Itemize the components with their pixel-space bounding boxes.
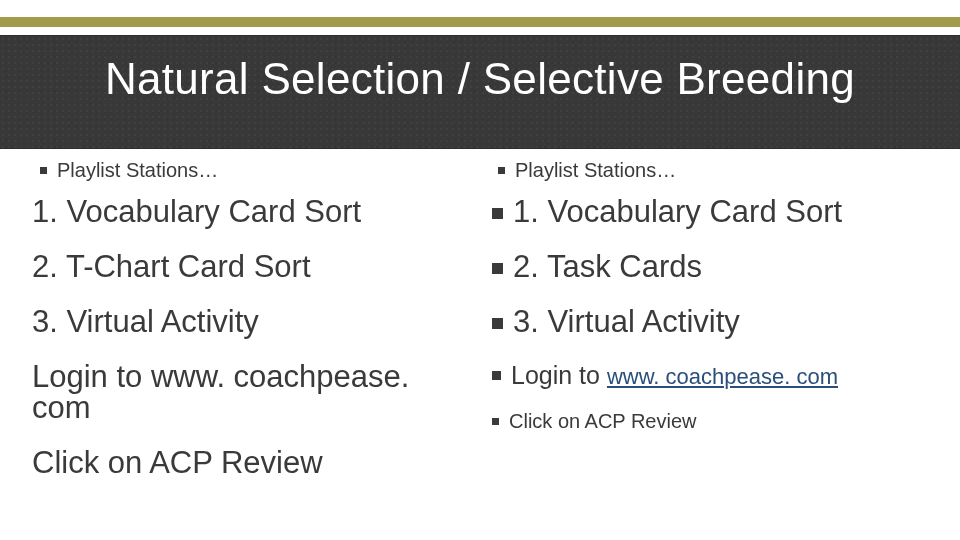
right-login-line: Login to www. coachpease. com (490, 361, 928, 390)
left-item-login: Login to www. coachpease. com (32, 361, 470, 423)
accent-bar (0, 17, 960, 27)
square-bullet-icon (498, 167, 505, 174)
right-login-prefix: Login to (511, 361, 607, 389)
square-bullet-icon (492, 371, 501, 380)
right-header-line: Playlist Stations… (490, 159, 928, 182)
right-click-line: Click on ACP Review (490, 410, 928, 433)
square-bullet-icon (492, 318, 503, 329)
right-item-2: 2. Task Cards (490, 251, 928, 282)
right-item-1: 1. Vocabulary Card Sort (490, 196, 928, 227)
square-bullet-icon (40, 167, 47, 174)
square-bullet-icon (492, 418, 499, 425)
left-header-line: Playlist Stations… (32, 159, 470, 182)
right-click-text: Click on ACP Review (509, 410, 696, 433)
content-area: Playlist Stations… 1. Vocabulary Card So… (32, 155, 928, 540)
coachpease-link[interactable]: www. coachpease. com (607, 364, 838, 389)
left-item-2: 2. T-Chart Card Sort (32, 251, 470, 282)
square-bullet-icon (492, 263, 503, 274)
right-item-2-text: 2. Task Cards (513, 251, 702, 282)
title-region: Natural Selection / Selective Breeding (0, 35, 960, 149)
slide: Natural Selection / Selective Breeding P… (0, 0, 960, 540)
left-item-3: 3. Virtual Activity (32, 306, 470, 337)
square-bullet-icon (492, 208, 503, 219)
right-item-1-text: 1. Vocabulary Card Sort (513, 196, 842, 227)
slide-title: Natural Selection / Selective Breeding (0, 54, 960, 104)
left-column: Playlist Stations… 1. Vocabulary Card So… (32, 155, 484, 540)
right-header-text: Playlist Stations… (515, 159, 676, 182)
left-item-click: Click on ACP Review (32, 447, 470, 478)
left-item-1: 1. Vocabulary Card Sort (32, 196, 470, 227)
left-header-text: Playlist Stations… (57, 159, 218, 182)
right-item-3: 3. Virtual Activity (490, 306, 928, 337)
right-login-wrap: Login to www. coachpease. com (511, 361, 838, 390)
right-item-3-text: 3. Virtual Activity (513, 306, 740, 337)
right-column: Playlist Stations… 1. Vocabulary Card So… (484, 155, 928, 540)
